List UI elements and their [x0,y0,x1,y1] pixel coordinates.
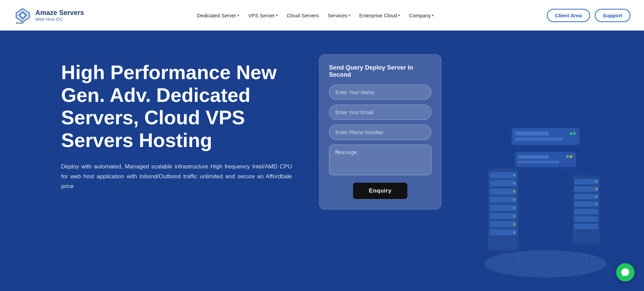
logo-text: Amaze Servers Web Host iDC [35,9,84,22]
svg-rect-21 [573,176,600,243]
logo-icon: Amaze [14,6,32,24]
nav-item-services[interactable]: Services ▾ [325,11,354,20]
email-input[interactable] [329,105,431,120]
chevron-down-icon: ▾ [348,13,350,18]
nav-item-company[interactable]: Company ▾ [406,11,437,20]
chevron-down-icon: ▾ [276,13,278,18]
svg-line-44 [552,167,586,176]
svg-text:Amaze: Amaze [16,22,24,24]
form-title: Send Query Deploy Server In Second [329,64,431,78]
svg-point-14 [513,182,515,184]
svg-point-36 [573,132,576,135]
svg-rect-12 [490,229,516,235]
svg-rect-38 [515,152,576,167]
svg-rect-6 [490,180,516,186]
svg-point-17 [513,207,515,209]
nav-link-dedicated[interactable]: Dedicated Server ▾ [194,11,243,20]
svg-rect-4 [488,169,518,250]
svg-rect-25 [574,201,598,207]
svg-point-30 [595,188,597,190]
hero-title: High Performance New Gen. Adv. Dedicated… [61,61,306,152]
phone-input[interactable] [329,125,431,140]
svg-rect-33 [512,128,579,145]
nav-link-enterprise[interactable]: Enterprise Cloud ▾ [356,11,404,20]
hero-section: High Performance New Gen. Adv. Dedicated… [0,31,644,291]
svg-rect-9 [490,205,516,211]
name-input[interactable] [329,85,431,100]
svg-rect-23 [574,186,598,192]
navbar: Amaze Amaze Servers Web Host iDC Dedicat… [0,0,644,31]
svg-point-19 [513,223,515,225]
query-form-panel: Send Query Deploy Server In Second Enqui… [319,54,441,210]
chevron-down-icon: ▾ [432,13,434,18]
svg-rect-7 [490,188,516,195]
svg-point-13 [513,174,515,176]
svg-rect-11 [490,221,516,227]
svg-point-29 [595,181,597,183]
svg-rect-26 [574,209,598,214]
chat-bubble[interactable] [616,263,634,281]
nav-link-services[interactable]: Services ▾ [325,11,354,20]
chevron-down-icon: ▾ [398,13,400,18]
client-area-button[interactable]: Client Area [547,9,590,22]
logo-sub: Web Host iDC [35,17,84,22]
chat-icon [621,268,630,277]
nav-item-dedicated[interactable]: Dedicated Server ▾ [194,11,243,20]
svg-rect-10 [490,213,516,219]
svg-rect-8 [490,197,516,203]
svg-point-18 [513,215,515,217]
svg-point-42 [566,155,569,158]
chevron-down-icon: ▾ [237,13,239,18]
svg-point-41 [570,155,572,158]
logo[interactable]: Amaze Amaze Servers Web Host iDC [14,6,84,24]
nav-link-cloud[interactable]: Cloud Servers [283,11,323,20]
svg-rect-40 [518,161,559,163]
server-illustration [467,108,624,291]
svg-point-31 [595,196,597,198]
nav-item-vps[interactable]: VPS Server ▾ [245,11,281,20]
nav-link-company[interactable]: Company ▾ [406,11,437,20]
enquiry-button[interactable]: Enquiry [353,183,407,199]
nav-buttons: Client Area Support [547,9,630,22]
nav-item-enterprise[interactable]: Enterprise Cloud ▾ [356,11,404,20]
svg-point-37 [570,132,572,135]
svg-point-15 [513,190,515,193]
svg-point-3 [484,250,607,277]
logo-name: Amaze Servers [35,9,84,17]
nav-menu: Dedicated Server ▾ VPS Server ▾ Cloud Se… [194,11,437,20]
svg-rect-34 [515,131,549,135]
nav-item-cloud[interactable]: Cloud Servers [283,11,323,20]
svg-rect-27 [574,216,598,222]
svg-rect-5 [490,172,516,178]
hero-description: Deploy with automated, Managed scalable … [61,162,292,192]
svg-rect-39 [518,155,549,159]
svg-rect-24 [574,194,598,199]
svg-point-16 [513,199,515,201]
svg-rect-28 [574,224,598,229]
message-textarea[interactable] [329,145,431,175]
nav-link-vps[interactable]: VPS Server ▾ [245,11,281,20]
svg-point-20 [513,231,515,233]
support-button[interactable]: Support [595,9,631,22]
hero-content: High Performance New Gen. Adv. Dedicated… [61,51,306,191]
svg-rect-22 [574,179,598,184]
svg-point-32 [595,203,597,205]
svg-rect-35 [515,138,563,141]
